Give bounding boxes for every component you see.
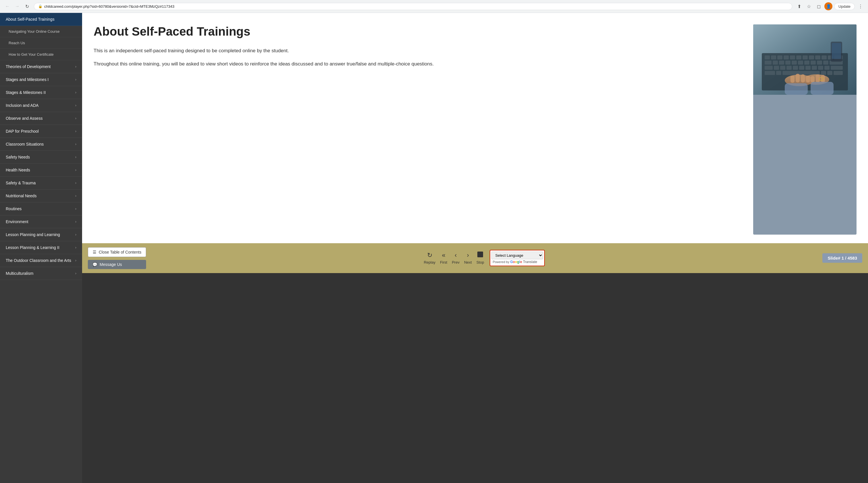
close-toc-button[interactable]: ☰ Close Table of Contents xyxy=(88,247,146,257)
chevron-down-icon: › xyxy=(75,116,76,120)
replay-button[interactable]: ↻ Replay xyxy=(424,251,435,265)
svg-rect-40 xyxy=(821,71,826,75)
sidebar-item-safety-label: Safety Needs xyxy=(6,155,30,159)
chevron-down-icon: › xyxy=(75,142,76,146)
svg-rect-47 xyxy=(801,74,805,83)
sidebar-item-observe[interactable]: Observe and Assess › xyxy=(0,112,82,125)
sidebar-item-dap-label: DAP for Preschool xyxy=(6,129,39,133)
sidebar-item-dap[interactable]: DAP for Preschool › xyxy=(0,125,82,138)
sidebar-item-safety-trauma-label: Safety & Trauma xyxy=(6,181,36,185)
svg-rect-54 xyxy=(811,82,834,95)
message-us-button[interactable]: 💬 Message Us xyxy=(88,260,146,269)
sidebar-item-stages1[interactable]: Stages and Milestones I › xyxy=(0,73,82,86)
svg-rect-39 xyxy=(782,71,820,75)
url-text: childcareed.com/player.php?sid=60780&ver… xyxy=(44,4,174,9)
app-container: About Self-Paced Trainings Navigating Yo… xyxy=(0,13,868,483)
svg-rect-20 xyxy=(798,61,803,65)
sidebar-item-routines[interactable]: Routines › xyxy=(0,203,82,215)
sidebar-item-certificate[interactable]: How to Get Your Certificate xyxy=(0,49,82,60)
slide-body: This is an independent self-paced traini… xyxy=(94,47,745,67)
sidebar-item-about-label: About Self-Paced Trainings xyxy=(6,17,55,22)
svg-rect-30 xyxy=(793,66,798,70)
sidebar-item-about[interactable]: About Self-Paced Trainings xyxy=(0,13,82,26)
svg-rect-4 xyxy=(771,55,776,59)
dark-area xyxy=(82,273,868,483)
first-button[interactable]: « First xyxy=(440,251,447,265)
slide-paragraph-1: This is an independent self-paced traini… xyxy=(94,47,745,55)
sidebar-item-health-label: Health Needs xyxy=(6,168,30,172)
back-button[interactable]: ← xyxy=(3,2,11,10)
chevron-down-icon: › xyxy=(75,168,76,172)
profile-button[interactable]: 👤 xyxy=(825,2,832,10)
chevron-down-icon: › xyxy=(75,65,76,69)
chevron-down-icon: › xyxy=(75,78,76,82)
svg-rect-35 xyxy=(825,66,830,70)
svg-rect-56 xyxy=(832,43,841,59)
sidebar-item-environment-label: Environment xyxy=(6,219,28,224)
sidebar-item-reach[interactable]: Reach Us xyxy=(0,37,82,49)
svg-rect-10 xyxy=(809,55,814,59)
powered-by-text: Powered by xyxy=(493,260,509,264)
chevron-down-icon: › xyxy=(75,259,76,263)
svg-rect-18 xyxy=(785,61,790,65)
lock-icon: 🔒 xyxy=(38,4,42,8)
reload-button[interactable]: ↻ xyxy=(23,2,31,10)
address-bar[interactable]: 🔒 childcareed.com/player.php?sid=60780&v… xyxy=(34,3,792,10)
sidebar-item-classroom[interactable]: Classroom Situations › xyxy=(0,138,82,151)
chevron-down-icon: › xyxy=(75,233,76,237)
sidebar-item-safety-trauma[interactable]: Safety & Trauma › xyxy=(0,177,82,189)
language-selector-box: Select Language Powered by Google Transl… xyxy=(490,250,545,266)
language-select[interactable]: Select Language xyxy=(491,251,543,259)
prev-button[interactable]: ‹ Prev xyxy=(452,251,460,265)
next-button[interactable]: › Next xyxy=(464,251,472,265)
chevron-down-icon: › xyxy=(75,129,76,133)
slide-text: About Self-Paced Trainings This is an in… xyxy=(94,24,745,235)
sidebar-item-navigating[interactable]: Navigating Your Online Course xyxy=(0,26,82,37)
browser-nav-buttons: ← → ↻ xyxy=(3,2,31,10)
svg-rect-36 xyxy=(831,66,843,70)
svg-rect-29 xyxy=(786,66,792,70)
svg-rect-34 xyxy=(818,66,823,70)
svg-rect-7 xyxy=(790,55,795,59)
svg-rect-19 xyxy=(792,61,797,65)
menu-button[interactable]: ⋮ xyxy=(857,2,865,10)
chevron-down-icon: › xyxy=(75,103,76,108)
sidebar-item-lesson1[interactable]: Lesson Planning and Learning › xyxy=(0,228,82,241)
sidebar-item-lesson2[interactable]: Lesson Planning & Learning II › xyxy=(0,241,82,254)
share-button[interactable]: ⬆ xyxy=(795,2,803,10)
list-icon: ☰ xyxy=(93,250,96,254)
profile-extension-button[interactable]: ◻ xyxy=(815,2,823,10)
forward-button[interactable]: → xyxy=(13,2,21,10)
sidebar-item-certificate-label: How to Get Your Certificate xyxy=(9,52,54,57)
sidebar-item-safety[interactable]: Safety Needs › xyxy=(0,151,82,164)
update-button[interactable]: Update xyxy=(834,3,855,10)
svg-rect-26 xyxy=(765,66,773,70)
bookmark-button[interactable]: ☆ xyxy=(805,2,813,10)
sidebar-item-health[interactable]: Health Needs › xyxy=(0,164,82,177)
sidebar-item-multiculturalism-label: Multiculturalism xyxy=(6,271,33,276)
slide-content: About Self-Paced Trainings This is an in… xyxy=(82,13,868,243)
sidebar-item-theories[interactable]: Theories of Development › xyxy=(0,60,82,73)
chevron-down-icon: › xyxy=(75,155,76,159)
sidebar-item-outdoor[interactable]: The Outdoor Classroom and the Arts › xyxy=(0,254,82,267)
svg-rect-9 xyxy=(803,55,808,59)
stop-icon xyxy=(477,251,483,259)
sidebar-item-theories-label: Theories of Development xyxy=(6,64,51,69)
sidebar-item-multiculturalism[interactable]: Multiculturalism › xyxy=(0,267,82,280)
chat-icon: 💬 xyxy=(92,262,97,267)
svg-rect-48 xyxy=(806,76,810,83)
chevron-down-icon: › xyxy=(75,90,76,94)
sidebar-item-outdoor-label: The Outdoor Classroom and the Arts xyxy=(6,258,71,263)
slide-image xyxy=(753,24,857,235)
svg-rect-24 xyxy=(823,61,828,65)
powered-by: Powered by Google Translate xyxy=(491,259,543,265)
svg-rect-8 xyxy=(796,55,801,59)
stop-button[interactable]: Stop xyxy=(476,251,484,265)
slide-image-placeholder xyxy=(753,24,857,95)
sidebar-item-environment[interactable]: Environment › xyxy=(0,215,82,228)
sidebar-item-inclusion-label: Inclusion and ADA xyxy=(6,103,38,108)
sidebar-item-stages2[interactable]: Stages & Milestones II › xyxy=(0,86,82,99)
chevron-down-icon: › xyxy=(75,220,76,224)
sidebar-item-inclusion[interactable]: Inclusion and ADA › xyxy=(0,99,82,112)
sidebar-item-nutritional[interactable]: Nutritional Needs › xyxy=(0,189,82,203)
